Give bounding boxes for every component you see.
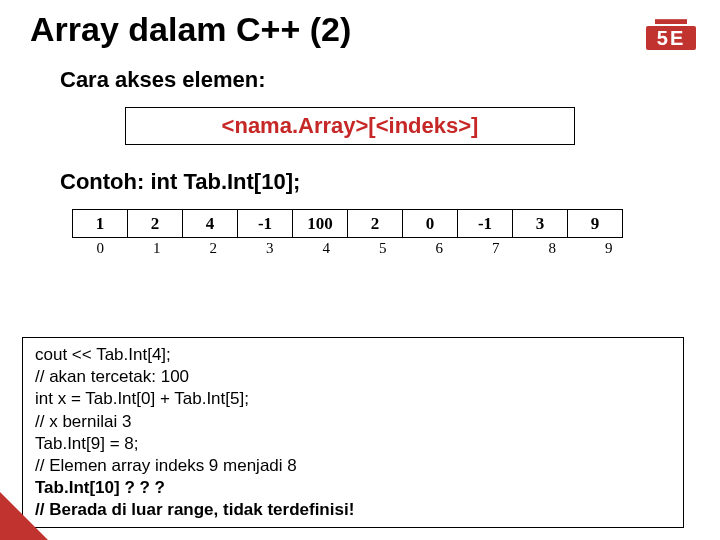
- logo: ▬▬ 5E: [646, 14, 696, 50]
- array-cell: 100: [293, 210, 348, 238]
- access-subheading: Cara akses elemen:: [0, 49, 720, 93]
- array-cell: 2: [348, 210, 403, 238]
- index-cell: 7: [468, 240, 525, 257]
- logo-text: 5E: [646, 26, 696, 50]
- code-comment: // Elemen array indeks 9 menjadi 8: [35, 455, 671, 477]
- index-cell: 0: [72, 240, 129, 257]
- table-row: 1 2 4 -1 100 2 0 -1 3 9: [73, 210, 623, 238]
- page-title: Array dalam C++ (2): [0, 0, 720, 49]
- index-cell: 8: [524, 240, 581, 257]
- array-index-row: 0 1 2 3 4 5 6 7 8 9: [72, 240, 720, 257]
- syntax-box: <nama.Array>[<indeks>]: [125, 107, 575, 145]
- code-line: Tab.Int[9] = 8;: [35, 433, 671, 455]
- index-cell: 4: [298, 240, 355, 257]
- array-cell: 0: [403, 210, 458, 238]
- code-comment: // akan tercetak: 100: [35, 366, 671, 388]
- index-cell: 5: [355, 240, 412, 257]
- logo-book-icon: ▬▬: [646, 14, 696, 24]
- array-values-table: 1 2 4 -1 100 2 0 -1 3 9: [72, 209, 623, 238]
- array-cell: 3: [513, 210, 568, 238]
- code-line-warning: Tab.Int[10] ? ? ?: [35, 477, 671, 499]
- array-cell: -1: [238, 210, 293, 238]
- array-cell: 1: [73, 210, 128, 238]
- code-line: cout << Tab.Int[4];: [35, 344, 671, 366]
- index-cell: 1: [129, 240, 186, 257]
- code-comment: // x bernilai 3: [35, 411, 671, 433]
- index-cell: 3: [242, 240, 299, 257]
- index-cell: 6: [411, 240, 468, 257]
- index-cell: 2: [185, 240, 242, 257]
- example-heading: Contoh: int Tab.Int[10];: [0, 145, 720, 195]
- array-cell: 4: [183, 210, 238, 238]
- syntax-text: <nama.Array>[<indeks>]: [222, 113, 479, 138]
- index-cell: 9: [581, 240, 638, 257]
- array-cell: 2: [128, 210, 183, 238]
- code-comment-warning: // Berada di luar range, tidak terdefini…: [35, 499, 671, 521]
- code-line: int x = Tab.Int[0] + Tab.Int[5];: [35, 388, 671, 410]
- array-cell: 9: [568, 210, 623, 238]
- code-example-box: cout << Tab.Int[4]; // akan tercetak: 10…: [22, 337, 684, 528]
- corner-triangle-icon: [0, 492, 48, 540]
- array-cell: -1: [458, 210, 513, 238]
